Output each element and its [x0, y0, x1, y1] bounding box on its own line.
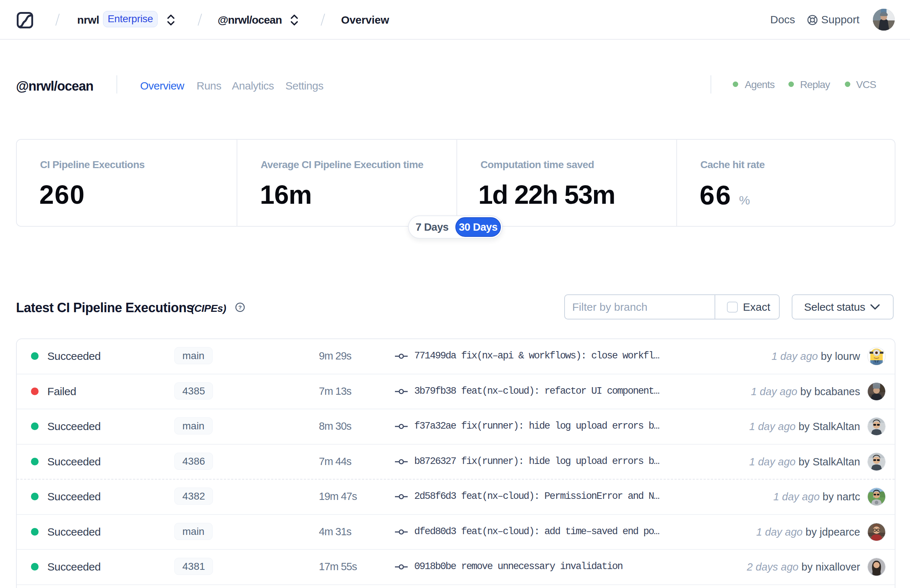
svg-text:?: ? — [238, 304, 242, 310]
